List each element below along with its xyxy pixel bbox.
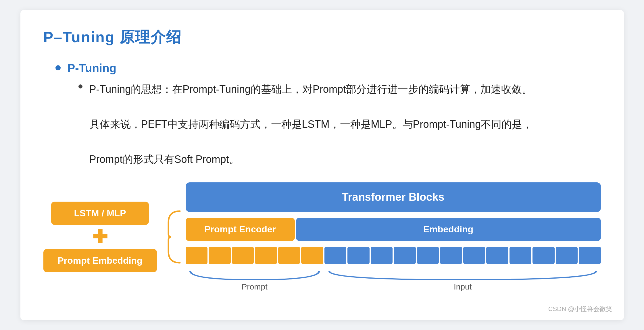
- input-label: Input: [454, 282, 472, 292]
- embedding-box: Embedding: [296, 218, 601, 241]
- bullet-l1: P-Tuning: [55, 62, 601, 75]
- bullet-l2: P-Tuning的思想：在Prompt-Tuning的基础上，对Prompt部分…: [78, 80, 601, 168]
- bullet-l2-dot: [78, 84, 82, 88]
- bullet-l1-label: P-Tuning: [68, 62, 116, 75]
- watermark: CSDN @小怪兽会微笑: [548, 305, 612, 313]
- left-boxes: LSTM / MLP ✚ Prompt Embedding: [43, 202, 157, 272]
- brace-left-icon: [166, 208, 183, 266]
- token-blue-2: [347, 247, 370, 264]
- transformer-blocks-box: Transformer Blocks: [186, 182, 601, 212]
- token-orange-2: [209, 247, 231, 264]
- prompt-encoder-box: Prompt Encoder: [186, 218, 295, 241]
- prompt-label: Prompt: [242, 282, 268, 292]
- token-blue-9: [510, 247, 532, 264]
- bullet-l2-line1: P-Tuning的思想：在Prompt-Tuning的基础上，对Prompt部分…: [89, 83, 532, 95]
- slide: P–Tuning 原理介绍 P-Tuning P-Tuning的思想：在Prom…: [20, 10, 624, 320]
- input-brace-icon: [325, 270, 601, 281]
- token-blue-7: [463, 247, 485, 264]
- prompt-brace-group: Prompt: [186, 270, 324, 292]
- token-row: [186, 247, 601, 264]
- content-body: P-Tuning P-Tuning的思想：在Prompt-Tuning的基础上，…: [55, 62, 601, 168]
- brace-connector: [166, 208, 183, 266]
- bullet-l2-line2: 具体来说，PEFT中支持两种编码方式，一种是LSTM，一种是MLP。与Promp…: [89, 118, 533, 130]
- token-orange-6: [301, 247, 323, 264]
- token-blue-11: [556, 247, 578, 264]
- token-orange-1: [186, 247, 208, 264]
- token-blue-10: [532, 247, 555, 264]
- right-diagram: Transformer Blocks Prompt Encoder Embedd…: [186, 182, 601, 292]
- bullet-l2-line3: Prompt的形式只有Soft Prompt。: [89, 153, 239, 165]
- lstm-mlp-box: LSTM / MLP: [51, 202, 149, 225]
- token-orange-3: [232, 247, 254, 264]
- diagram: LSTM / MLP ✚ Prompt Embedding Transforme…: [43, 182, 601, 292]
- middle-row: Prompt Encoder Embedding: [186, 218, 601, 241]
- token-blue-6: [440, 247, 462, 264]
- token-orange-5: [278, 247, 300, 264]
- plus-icon: ✚: [92, 228, 108, 246]
- token-blue-8: [486, 247, 508, 264]
- bullet-l1-dot: [55, 65, 61, 70]
- token-blue-1: [324, 247, 347, 264]
- input-brace-group: Input: [325, 270, 601, 292]
- token-blue-5: [417, 247, 439, 264]
- prompt-brace-icon: [186, 270, 324, 281]
- prompt-embedding-box: Prompt Embedding: [43, 249, 157, 272]
- token-orange-4: [255, 247, 277, 264]
- page-title: P–Tuning 原理介绍: [43, 27, 601, 47]
- bullet-l2-text: P-Tuning的思想：在Prompt-Tuning的基础上，对Prompt部分…: [89, 80, 533, 168]
- token-blue-12: [579, 247, 601, 264]
- brace-labels-row: Prompt Input: [186, 270, 601, 292]
- token-blue-4: [394, 247, 416, 264]
- token-blue-3: [371, 247, 393, 264]
